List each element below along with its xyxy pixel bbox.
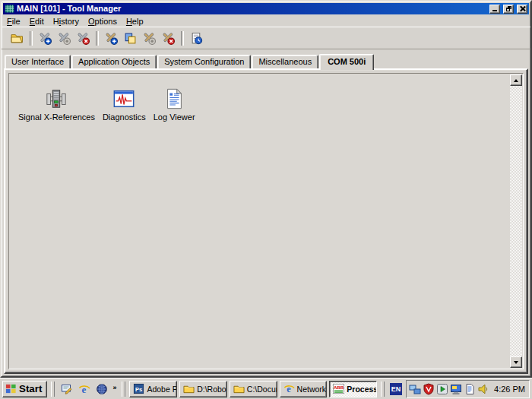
minimize-icon <box>492 10 497 11</box>
scroll-down-button[interactable] <box>510 356 522 368</box>
menu-item-file[interactable]: File <box>2 16 25 27</box>
new-tool-button[interactable] <box>36 29 55 47</box>
tab-system-configuration[interactable]: System Configuration <box>157 55 251 68</box>
log-viewer-icon <box>163 87 185 110</box>
task-label: C:\Documents an... <box>247 385 277 394</box>
signal-xref-icon <box>45 87 68 110</box>
menu-item-history[interactable]: History <box>49 16 84 27</box>
open-folder-icon <box>11 32 24 45</box>
menu-item-edit[interactable]: Edit <box>25 16 49 27</box>
language-indicator[interactable]: EN <box>390 383 402 395</box>
shortcut-list: Signal X-ReferencesDiagnosticsLog Viewer <box>9 74 509 122</box>
tab-application-objects[interactable]: Application Objects <box>71 55 157 68</box>
system-tray: 4:26 PM <box>406 380 530 398</box>
toolbar-separator <box>30 31 33 46</box>
tools-delete-gold-icon <box>162 32 175 45</box>
scroll-up-button[interactable] <box>510 74 522 86</box>
modify-tool-instance-button[interactable] <box>140 29 159 47</box>
quick-launch-handle[interactable] <box>51 382 55 397</box>
app-grid-icon <box>5 4 14 14</box>
task-button-network-solutions[interactable]: eNetwork Solutions... <box>280 381 328 397</box>
svg-text:ABB: ABB <box>334 385 344 390</box>
menu-item-help[interactable]: Help <box>122 16 148 27</box>
menu-bar: FileEditHistoryOptionsHelp <box>2 14 530 27</box>
restore-button[interactable] <box>503 5 514 14</box>
tray-shield-icon[interactable] <box>423 383 435 395</box>
abb-icon: ABB <box>333 383 344 394</box>
quick-launch-overflow-chevron[interactable]: » <box>112 384 118 394</box>
shortcut-label: Signal X-References <box>18 112 95 122</box>
show-desktop-icon <box>61 383 73 395</box>
remove-tool-instance-button[interactable] <box>159 29 178 47</box>
shortcut-signal-x-references[interactable]: Signal X-References <box>17 87 97 122</box>
tab-user-interface[interactable]: User Interface <box>5 55 71 68</box>
tray-speaker-icon[interactable] <box>477 383 489 395</box>
close-button[interactable] <box>517 5 527 14</box>
modify-tool-button[interactable] <box>55 29 74 47</box>
task-button-area: PsAdobe Photoshop...D:\Robotech iconsC:\… <box>129 381 377 397</box>
tools-delete-silver-icon <box>77 32 90 45</box>
minimize-button[interactable] <box>489 5 500 14</box>
tab-bar: User InterfaceApplication ObjectsSystem … <box>2 49 530 68</box>
tab-page: Signal X-ReferencesDiagnosticsLog Viewer <box>4 68 528 374</box>
tool-manager-window: MAIN [101] - Tool Manager FileEditHistor… <box>0 0 532 378</box>
restore-icon <box>506 6 511 11</box>
svg-text:e: e <box>81 384 86 395</box>
tray-monitor-icon[interactable] <box>450 383 462 395</box>
tab-miscellaneous[interactable]: Miscellaneous <box>252 55 318 68</box>
tool-history-button[interactable] <box>187 29 206 47</box>
task-label: D:\Robotech icons <box>197 385 227 394</box>
start-button[interactable]: Start <box>2 381 47 397</box>
folder-icon <box>233 383 245 394</box>
photoshop-icon: Ps <box>133 383 144 394</box>
quick-launch-show-desktop-button[interactable] <box>59 381 74 397</box>
taskbar: Start e » PsAdobe Photoshop...D:\Robotec… <box>0 378 532 399</box>
tools-add-silver-icon <box>39 32 52 45</box>
quick-launch-browser-globe-button[interactable] <box>93 381 109 397</box>
folder-icon <box>183 383 195 394</box>
shortcut-log-viewer[interactable]: Log Viewer <box>152 87 197 122</box>
scrollbar-track[interactable] <box>510 86 522 356</box>
window-title: MAIN [101] - Tool Manager <box>17 4 486 14</box>
arrow-down-icon <box>514 361 518 364</box>
arrow-up-icon <box>514 79 518 82</box>
icon-view[interactable]: Signal X-ReferencesDiagnosticsLog Viewer <box>8 73 524 369</box>
browser-globe-icon <box>96 383 108 395</box>
doc-history-icon <box>190 32 203 45</box>
task-label: Adobe Photoshop... <box>147 385 177 394</box>
quick-launch-bar: e <box>59 381 109 397</box>
diagnostics-icon <box>112 87 135 110</box>
svg-text:Ps: Ps <box>135 386 142 393</box>
toolbar-separator <box>96 31 99 46</box>
tray-network-icon[interactable] <box>409 383 421 395</box>
start-label: Start <box>19 383 42 394</box>
toolbar <box>2 27 530 49</box>
vertical-scrollbar[interactable] <box>510 74 522 368</box>
task-label: Network Solutions... <box>297 385 328 394</box>
tab-com-500i[interactable]: COM 500i <box>319 54 374 70</box>
tray-media-icon[interactable] <box>436 383 448 395</box>
add-tool-instance-button[interactable] <box>102 29 121 47</box>
task-button-d-robotech-icons[interactable]: D:\Robotech icons <box>179 381 227 397</box>
title-bar[interactable]: MAIN [101] - Tool Manager <box>3 3 529 14</box>
delete-tool-button[interactable] <box>74 29 93 47</box>
tools-modify-silver-icon <box>58 32 71 45</box>
open-tool-button[interactable] <box>8 29 27 47</box>
taskbar-clock[interactable]: 4:26 PM <box>494 385 525 394</box>
task-area-handle[interactable] <box>122 382 125 397</box>
quick-launch-internet-explorer-button[interactable]: e <box>76 381 92 397</box>
shortcut-label: Log Viewer <box>154 112 195 122</box>
copy-tool-button[interactable] <box>121 29 140 47</box>
task-button-c-documents-an[interactable]: C:\Documents an... <box>230 381 277 397</box>
menu-item-options[interactable]: Options <box>84 16 122 27</box>
copy-page-icon <box>124 32 137 45</box>
tray-doc-icon[interactable] <box>464 383 476 395</box>
tray-handle[interactable] <box>381 382 385 397</box>
toolbar-separator <box>181 31 184 46</box>
tools-modify-gold-icon <box>143 32 156 45</box>
task-button-process-displa[interactable]: ABBProcess Displa... <box>329 381 377 397</box>
task-button-adobe-photoshop[interactable]: PsAdobe Photoshop... <box>129 381 177 397</box>
internet-explorer-icon: e <box>283 383 295 394</box>
task-label: Process Displa... <box>347 385 377 394</box>
shortcut-diagnostics[interactable]: Diagnostics <box>101 87 147 122</box>
